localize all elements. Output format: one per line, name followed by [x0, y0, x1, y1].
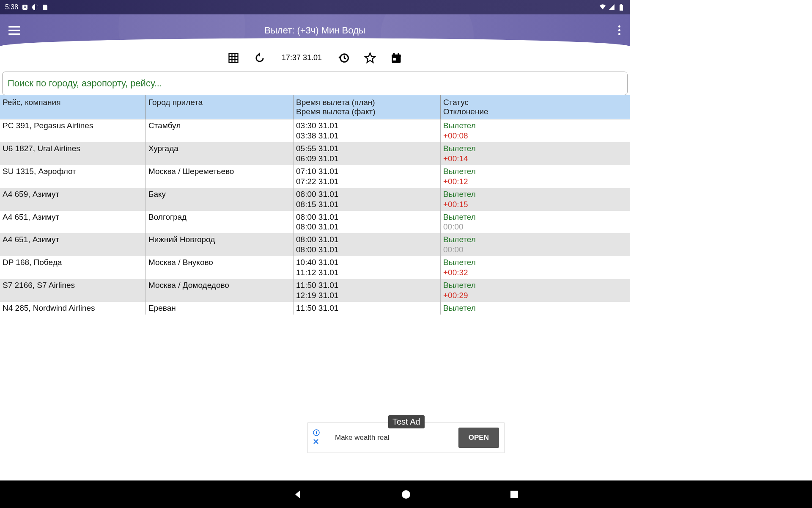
- search-box[interactable]: [2, 72, 628, 95]
- cell-time: 11:50 31.0112:19 31.01: [294, 279, 441, 302]
- cell-status: Вылетел+00:29: [441, 279, 630, 302]
- cell-status: Вылетел+00:12: [441, 165, 630, 188]
- table-body[interactable]: PC 391, Pegasus AirlinesСтамбул03:30 31.…: [0, 119, 630, 315]
- cell-flight: U6 1827, Ural Airlines: [0, 142, 146, 165]
- refresh-icon[interactable]: [253, 51, 266, 65]
- calendar-icon[interactable]: [390, 51, 403, 65]
- table-row[interactable]: U6 1827, Ural AirlinesХургада05:55 31.01…: [0, 142, 630, 165]
- star-icon[interactable]: [363, 51, 377, 65]
- cell-flight: A4 651, Азимут: [0, 211, 146, 234]
- search-input[interactable]: [8, 78, 622, 89]
- svg-rect-15: [398, 53, 400, 55]
- cell-time: 08:00 31.0108:00 31.01: [294, 211, 441, 234]
- svg-rect-14: [393, 53, 395, 55]
- svg-rect-4: [620, 5, 623, 11]
- status-time: 5:38: [5, 3, 18, 11]
- cell-time: 11:50 31.01: [294, 302, 441, 315]
- menu-button[interactable]: [8, 26, 20, 35]
- header-status: Статус Отклонение: [441, 95, 630, 119]
- wifi-icon: [599, 4, 606, 11]
- cell-flight: N4 285, Nordwind Airlines: [0, 302, 146, 315]
- app-title: Вылет: (+3ч) Мин Воды: [264, 25, 365, 36]
- cell-city: Ереван: [146, 302, 294, 315]
- notification-icon-sd: [42, 4, 49, 11]
- svg-rect-5: [229, 53, 238, 62]
- table-row[interactable]: SU 1315, АэрофлотМосква / Шереметьево07:…: [0, 165, 630, 188]
- cell-status: Вылетел+00:08: [441, 119, 630, 142]
- table-row[interactable]: N4 285, Nordwind AirlinesЕреван11:50 31.…: [0, 302, 630, 315]
- toolbar-time: 17:37 31.01: [279, 53, 324, 62]
- cell-flight: S7 2166, S7 Airlines: [0, 279, 146, 302]
- cell-time: 05:55 31.0106:09 31.01: [294, 142, 441, 165]
- table-row[interactable]: S7 2166, S7 AirlinesМосква / Домодедово1…: [0, 279, 630, 302]
- cell-time: 07:10 31.0107:22 31.01: [294, 165, 441, 188]
- signal-icon: [609, 4, 615, 11]
- table-row[interactable]: A4 651, АзимутНижний Новгород08:00 31.01…: [0, 233, 630, 256]
- cell-city: Волгоград: [146, 211, 294, 234]
- cell-city: Нижний Новгород: [146, 233, 294, 256]
- status-bar: 5:38 A: [0, 0, 630, 14]
- cell-time: 03:30 31.0103:38 31.01: [294, 119, 441, 142]
- cell-city: Москва / Домодедово: [146, 279, 294, 302]
- cell-flight: SU 1315, Аэрофлот: [0, 165, 146, 188]
- app-bar: Вылет: (+3ч) Мин Воды: [0, 14, 630, 46]
- cell-time: 10:40 31.0111:12 31.01: [294, 256, 441, 279]
- overflow-menu-button[interactable]: [618, 25, 620, 35]
- svg-text:A: A: [24, 5, 27, 10]
- cell-city: Москва / Шереметьево: [146, 165, 294, 188]
- cell-time: 08:00 31.0108:15 31.01: [294, 188, 441, 211]
- cell-flight: A4 659, Азимут: [0, 188, 146, 211]
- table-header: Рейс, компания Город прилета Время вылет…: [0, 95, 630, 119]
- cell-city: Москва / Внуково: [146, 256, 294, 279]
- cell-status: Вылетел+00:14: [441, 142, 630, 165]
- table-row[interactable]: A4 659, АзимутБаку08:00 31.0108:15 31.01…: [0, 188, 630, 211]
- cell-status: Вылетел+00:15: [441, 188, 630, 211]
- cell-city: Стамбул: [146, 119, 294, 142]
- svg-rect-12: [392, 54, 401, 57]
- history-icon[interactable]: [337, 51, 351, 65]
- cell-city: Хургада: [146, 142, 294, 165]
- toolbar: 17:37 31.01: [0, 46, 630, 69]
- header-flight: Рейс, компания: [0, 95, 146, 119]
- svg-rect-3: [620, 4, 622, 5]
- svg-rect-16: [393, 58, 396, 61]
- table-row[interactable]: DP 168, ПобедаМосква / Внуково10:40 31.0…: [0, 256, 630, 279]
- cell-flight: A4 651, Азимут: [0, 233, 146, 256]
- header-time: Время вылета (план) Время вылета (факт): [294, 95, 441, 119]
- cell-status: Вылетел+00:32: [441, 256, 630, 279]
- cell-city: Баку: [146, 188, 294, 211]
- table-row[interactable]: A4 651, АзимутВолгоград08:00 31.0108:00 …: [0, 211, 630, 234]
- notification-icon-circle: [32, 4, 38, 11]
- table-row[interactable]: PC 391, Pegasus AirlinesСтамбул03:30 31.…: [0, 119, 630, 142]
- header-city: Город прилета: [146, 95, 294, 119]
- cell-flight: PC 391, Pegasus Airlines: [0, 119, 146, 142]
- cell-flight: DP 168, Победа: [0, 256, 146, 279]
- cell-status: Вылетел00:00: [441, 233, 630, 256]
- grid-icon[interactable]: [227, 51, 240, 65]
- cell-status: Вылетел: [441, 302, 630, 315]
- cell-status: Вылетел00:00: [441, 211, 630, 234]
- battery-icon: [618, 4, 625, 11]
- cell-time: 08:00 31.0108:00 31.01: [294, 233, 441, 256]
- notification-icon-a: A: [22, 4, 28, 11]
